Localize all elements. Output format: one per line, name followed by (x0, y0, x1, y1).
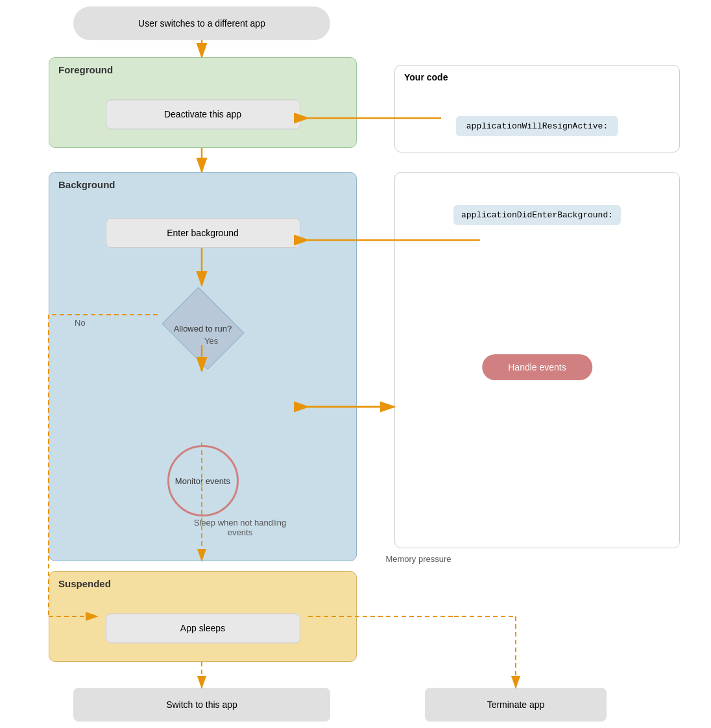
diamond-text: Allowed to run? (164, 299, 242, 358)
node-app-sleeps: App sleeps (106, 613, 300, 643)
node-user-switches-label: User switches to a different app (138, 18, 265, 29)
section-foreground-label: Foreground (58, 64, 113, 75)
section-foreground: Foreground Deactivate this app (49, 57, 357, 148)
node-handle-events-label: Handle events (508, 362, 566, 372)
section-background-label: Background (58, 179, 115, 190)
node-terminate-app-label: Terminate app (487, 699, 545, 710)
label-no: No (75, 318, 86, 328)
code-box-resign-active: applicationWillResignActive: (456, 116, 618, 136)
label-memory: Memory pressure (360, 554, 477, 564)
code-box-enter-bg: applicationDidEnterBackground: (453, 205, 621, 225)
label-sleep: Sleep when not handling events (188, 518, 292, 537)
right-panel-background: applicationDidEnterBackground: Handle ev… (394, 172, 680, 548)
right-panel-your-code-label: Your code (404, 72, 448, 82)
node-switch-to-app: Switch to this app (73, 688, 330, 722)
node-user-switches: User switches to a different app (73, 6, 330, 40)
node-enter-background-label: Enter background (167, 228, 239, 238)
right-panel-your-code: Your code applicationWillResignActive: (394, 65, 680, 152)
node-deactivate: Deactivate this app (106, 99, 300, 129)
node-deactivate-label: Deactivate this app (164, 109, 241, 119)
section-suspended-label: Suspended (58, 578, 111, 589)
node-monitor-events: Monitor events (167, 445, 239, 516)
node-switch-to-app-label: Switch to this app (166, 699, 237, 710)
section-suspended: Suspended App sleeps (49, 571, 357, 662)
section-background: Background Enter background Allowed to r… (49, 172, 357, 561)
node-terminate-app: Terminate app (425, 688, 607, 722)
node-handle-events: Handle events (482, 354, 592, 380)
node-monitor-events-label: Monitor events (175, 476, 230, 486)
node-app-sleeps-label: App sleeps (180, 623, 225, 633)
diamond-allowed: Allowed to run? (164, 299, 242, 358)
label-yes: Yes (204, 336, 218, 346)
node-enter-background: Enter background (106, 218, 300, 248)
diagram-container: User switches to a different app Foregro… (0, 0, 711, 728)
